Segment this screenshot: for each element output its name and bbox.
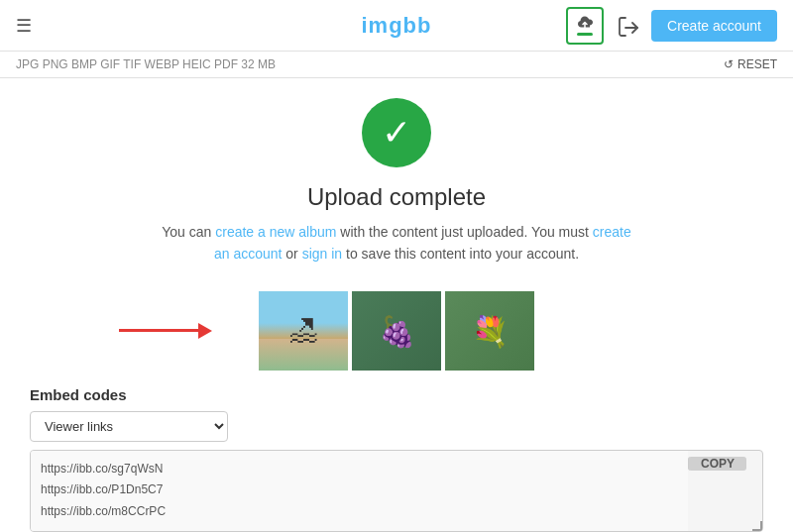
resize-handle[interactable] (752, 521, 762, 531)
create-account-button[interactable]: Create account (651, 10, 777, 42)
header: ☰ imgbb Create account (0, 0, 793, 52)
reset-icon: ↺ (724, 57, 734, 71)
upload-icon-button[interactable] (566, 7, 604, 45)
reset-label: RESET (737, 57, 777, 71)
login-svg (617, 15, 638, 37)
copy-button[interactable]: COPY (688, 457, 746, 471)
desc-end: to save this content into your account. (342, 246, 579, 262)
upload-description: You can create a new album with the cont… (159, 221, 634, 266)
embed-links-container: https://ibb.co/sg7qWsN https://ibb.co/P1… (30, 450, 763, 532)
file-types-label: JPG PNG BMP GIF TIF WEBP HEIC PDF 32 MB (16, 57, 276, 71)
create-album-link[interactable]: create a new album (215, 224, 336, 240)
embed-link-2: https://ibb.co/P1Dn5C7 (41, 479, 678, 501)
desc-static: You can (162, 224, 215, 240)
embed-links-text: https://ibb.co/sg7qWsN https://ibb.co/P1… (31, 451, 688, 531)
embed-link-3: https://ibb.co/m8CCrPC (41, 501, 678, 523)
embed-section: Embed codes Viewer links Direct links BB… (0, 386, 793, 532)
embed-select-row: Viewer links Direct links BBCode HTML Ma… (30, 411, 763, 442)
login-icon[interactable] (612, 10, 643, 42)
image-thumb-grapes[interactable] (352, 291, 441, 371)
main-content: ✓ Upload complete You can create a new a… (0, 78, 793, 275)
sign-in-link[interactable]: sign in (302, 246, 342, 262)
desc-or: or (282, 246, 301, 262)
arrow-container (119, 323, 212, 339)
embed-title: Embed codes (30, 386, 763, 403)
header-left: ☰ (16, 15, 32, 37)
success-circle: ✓ (362, 98, 431, 167)
embed-type-select[interactable]: Viewer links Direct links BBCode HTML Ma… (30, 411, 228, 442)
images-section (0, 291, 793, 371)
checkmark-icon: ✓ (382, 115, 411, 151)
image-thumb-beach[interactable] (259, 291, 348, 371)
upload-complete-title: Upload complete (16, 183, 777, 211)
hamburger-icon[interactable]: ☰ (16, 15, 32, 37)
upload-progress-indicator (577, 33, 593, 36)
arrow-head (198, 323, 212, 339)
logo: imgbb (362, 13, 432, 39)
desc-mid: with the content just uploaded. You must (336, 224, 592, 240)
image-thumb-flowers[interactable] (445, 291, 534, 371)
embed-link-1: https://ibb.co/sg7qWsN (41, 459, 678, 480)
arrow-line (119, 329, 198, 332)
red-arrow (119, 323, 212, 339)
sub-header: JPG PNG BMP GIF TIF WEBP HEIC PDF 32 MB … (0, 52, 793, 78)
cloud-upload-svg (576, 15, 594, 31)
header-right: Create account (566, 7, 777, 45)
reset-button[interactable]: ↺ RESET (724, 57, 777, 71)
